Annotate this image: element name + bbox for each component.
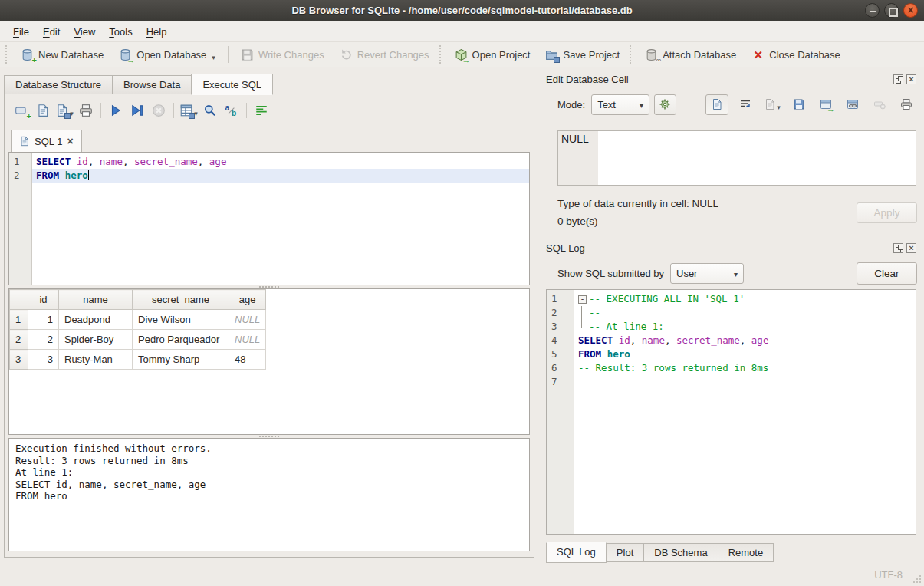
close-panel-icon[interactable]: [906, 74, 916, 84]
menu-tools[interactable]: Tools: [102, 22, 139, 41]
clear-log-button[interactable]: Clear: [857, 262, 917, 285]
toolbar-drag-handle[interactable]: [630, 45, 635, 64]
line-number: 5: [547, 347, 574, 361]
open-database-button[interactable]: → Open Database: [111, 43, 223, 67]
write-changes-button[interactable]: Write Changes: [233, 43, 332, 67]
tab-browse-data[interactable]: Browse Data: [112, 75, 191, 94]
execute-line-button[interactable]: [127, 100, 148, 121]
close-panel-icon[interactable]: [906, 243, 916, 253]
revert-changes-button[interactable]: Revert Changes: [332, 43, 437, 67]
fold-collapse-icon[interactable]: [578, 292, 587, 306]
tab-db-schema[interactable]: DB Schema: [644, 543, 718, 562]
text-mode-button[interactable]: [705, 94, 728, 115]
menu-file[interactable]: File: [6, 22, 36, 41]
save-project-button[interactable]: Save Project: [538, 43, 627, 67]
attach-database-icon: ∞: [645, 48, 658, 61]
new-database-button[interactable]: + New Database: [13, 43, 111, 67]
window-controls: [865, 3, 918, 18]
float-panel-icon[interactable]: [893, 74, 903, 84]
cell-size-info: 0 byte(s): [557, 216, 598, 227]
menubar: FileEditViewToolsHelp: [0, 21, 924, 42]
stop-icon: [152, 104, 166, 117]
auto-format-button[interactable]: [251, 100, 272, 121]
titlebar: DB Browser for SQLite - /home/user/code/…: [0, 0, 924, 21]
table-row[interactable]: 1 1 Deadpond Dive Wilson NULL: [10, 310, 266, 330]
maximize-button-icon[interactable]: [884, 3, 899, 18]
cell-type-info: Type of data currently in cell: NULL: [557, 198, 718, 209]
float-panel-icon[interactable]: [893, 243, 903, 253]
close-window-button-icon[interactable]: [903, 3, 918, 18]
link-button[interactable]: [843, 94, 863, 114]
close-database-button[interactable]: ✕ Close Database: [744, 43, 848, 67]
code-line: --: [574, 306, 916, 320]
find-button[interactable]: [199, 100, 221, 121]
sql-log-header: SQL Log: [546, 241, 916, 255]
corner-header-cell[interactable]: [10, 290, 28, 310]
revert-changes-icon: [340, 48, 353, 61]
print-cell-button[interactable]: [896, 94, 916, 114]
tab-database-structure[interactable]: Database Structure: [4, 75, 112, 94]
code-line: SELECT id, name, secret_name, age: [32, 155, 529, 169]
statusbar: UTF-8: [0, 563, 924, 586]
attach-database-button[interactable]: ∞ Attach Database: [637, 43, 744, 67]
menu-edit[interactable]: Edit: [36, 22, 67, 41]
close-tab-icon[interactable]: [67, 136, 73, 146]
code-line: -- At line 1:: [574, 320, 916, 334]
toolbar-drag-handle[interactable]: [5, 45, 11, 64]
results-grid[interactable]: id name secret_name age 1 1 Deadpond Div…: [8, 288, 530, 435]
menu-help[interactable]: Help: [140, 22, 174, 41]
auto-switch-mode-button[interactable]: [654, 94, 676, 115]
word-wrap-button[interactable]: [735, 94, 755, 114]
line-number: 7: [547, 375, 574, 389]
open-sql-file-button[interactable]: [32, 100, 54, 121]
set-null-button[interactable]: [870, 94, 889, 114]
cell-value-editor[interactable]: NULL: [557, 130, 916, 186]
tab-execute-sql[interactable]: Execute SQL: [191, 74, 273, 95]
mode-select[interactable]: Text: [591, 94, 649, 115]
column-header[interactable]: name: [59, 290, 133, 310]
tab-sql-log[interactable]: SQL Log: [546, 542, 607, 563]
editor-code-area[interactable]: SELECT id, name, secret_name, ageFROM he…: [32, 153, 529, 285]
import-data-button[interactable]: [762, 94, 782, 114]
save-results-button[interactable]: [178, 100, 199, 121]
column-header[interactable]: age: [229, 290, 266, 310]
tab-remote[interactable]: Remote: [718, 543, 774, 562]
main-tab-bar: Database StructureBrowse DataExecute SQL: [4, 74, 273, 94]
save-sql-file-button[interactable]: [54, 100, 75, 121]
open-in-external-button[interactable]: →: [816, 94, 836, 114]
apply-button[interactable]: Apply: [857, 202, 917, 223]
tab-plot[interactable]: Plot: [607, 543, 644, 562]
close-database-icon: ✕: [751, 48, 765, 61]
replace-button[interactable]: [221, 100, 242, 121]
column-header[interactable]: secret_name: [133, 290, 229, 310]
message-line: FROM hero: [15, 490, 523, 502]
table-row[interactable]: 2 2 Spider-Boy Pedro Parqueador NULL: [10, 330, 266, 350]
editor-line-numbers: 12: [9, 153, 32, 285]
line-number: 2: [547, 306, 574, 320]
log-code-area: -- EXECUTING ALL IN 'SQL 1'---- At line …: [574, 290, 916, 534]
toolbar-separator: [100, 103, 101, 118]
resize-grip[interactable]: [913, 575, 921, 583]
column-header[interactable]: id: [28, 290, 59, 310]
menu-view[interactable]: View: [67, 22, 102, 41]
print-sql-button[interactable]: [75, 100, 97, 121]
execute-sql-panel: + SQL 1 12 SELECT id, name, secret_: [4, 94, 534, 558]
minimize-button-icon[interactable]: [865, 3, 880, 18]
sql-editor[interactable]: 12 SELECT id, name, secret_name, ageFROM…: [8, 152, 530, 285]
edit-cell-header: Edit Database Cell: [546, 72, 916, 86]
submitter-select[interactable]: User: [670, 263, 744, 284]
open-project-button[interactable]: → Open Project: [447, 43, 538, 67]
message-line: Execution finished without errors.: [15, 443, 523, 455]
stop-execution-button[interactable]: [148, 100, 169, 121]
sql-1-tab[interactable]: SQL 1: [11, 130, 82, 152]
execute-all-button[interactable]: [105, 100, 127, 121]
sql-document-icon: [19, 136, 30, 146]
table-row[interactable]: 3 3 Rusty-Man Tommy Sharp 48: [10, 350, 266, 370]
new-database-icon: +: [21, 48, 34, 61]
export-data-button[interactable]: [789, 94, 809, 114]
new-sql-tab-button[interactable]: +: [11, 100, 32, 121]
open-project-icon: →: [455, 48, 468, 61]
text-cursor: [88, 170, 89, 180]
toolbar-drag-handle[interactable]: [439, 45, 445, 64]
chevron-down-icon: [726, 268, 738, 279]
